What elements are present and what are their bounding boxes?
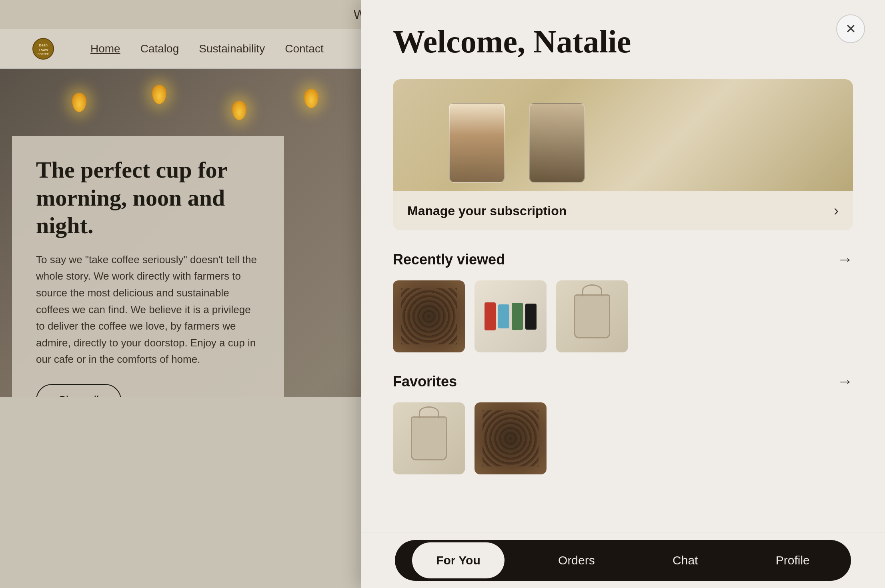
recently-viewed-item-bags[interactable]	[475, 280, 547, 352]
recently-viewed-thumbnails	[393, 280, 853, 352]
mini-bag-4	[525, 304, 537, 330]
nav-link-home[interactable]: Home	[90, 42, 120, 55]
svg-text:COFFEE: COFFEE	[38, 53, 49, 56]
welcome-heading: Welcome, Natalie	[393, 24, 853, 59]
close-button[interactable]: ✕	[836, 14, 865, 43]
subscription-card[interactable]: Manage your subscription ›	[393, 79, 853, 230]
nav-link-catalog[interactable]: Catalog	[140, 42, 179, 55]
favorites-arrow-icon[interactable]: →	[837, 372, 853, 390]
nav-links: Home Catalog Sustainability Contact	[90, 42, 324, 55]
svg-text:Town: Town	[39, 48, 48, 52]
recently-viewed-item-tote[interactable]	[556, 280, 628, 352]
nav-pill-orders[interactable]: Orders	[534, 542, 619, 578]
recently-viewed-header: Recently viewed →	[393, 250, 853, 268]
favorites-item-beans[interactable]	[475, 402, 547, 474]
tote-handle	[582, 284, 602, 296]
hero-headline: The perfect cup for morning, noon and ni…	[36, 156, 260, 240]
svg-text:Bean: Bean	[39, 43, 48, 47]
logo-icon: Bean Town COFFEE	[32, 38, 54, 60]
nav-pill-chat[interactable]: Chat	[649, 542, 722, 578]
coffee-glass-left	[449, 103, 505, 183]
subscription-label: Manage your subscription	[407, 204, 567, 218]
subscription-image	[393, 79, 853, 191]
panel-content: Welcome, Natalie Manage your subscriptio…	[361, 0, 885, 532]
favorites-item-tote[interactable]	[393, 402, 465, 474]
nav-pill-profile[interactable]: Profile	[752, 542, 834, 578]
mini-bag-1	[485, 302, 496, 330]
coffee-glass-right	[529, 103, 585, 183]
slideover-panel: ✕ Welcome, Natalie Manage your subscript…	[361, 0, 885, 588]
hero-body-text: To say we "take coffee seriously" doesn'…	[36, 252, 260, 368]
subscription-footer: Manage your subscription ›	[393, 191, 853, 230]
nav-link-contact[interactable]: Contact	[285, 42, 324, 55]
fav-tote-handle	[419, 406, 439, 418]
bottom-nav: For You Orders Chat Profile	[361, 532, 885, 588]
nav-pill: For You Orders Chat Profile	[395, 540, 851, 581]
nav-pill-for-you[interactable]: For You	[412, 542, 505, 578]
favorites-header: Favorites →	[393, 372, 853, 390]
favorites-title: Favorites	[393, 373, 457, 390]
favorites-thumbnails	[393, 402, 853, 474]
hero-text-box: The perfect cup for morning, noon and ni…	[12, 136, 284, 440]
mini-bag-3	[512, 303, 523, 330]
subscription-arrow-icon: ›	[834, 202, 839, 219]
recently-viewed-title: Recently viewed	[393, 251, 505, 268]
fav-tote-body	[411, 416, 447, 460]
recently-viewed-arrow-icon[interactable]: →	[837, 250, 853, 268]
tote-body	[574, 294, 610, 338]
recently-viewed-item-beans[interactable]	[393, 280, 465, 352]
logo-area: Bean Town COFFEE	[32, 38, 54, 60]
mini-bag-2	[498, 304, 509, 328]
nav-link-sustainability[interactable]: Sustainability	[199, 42, 265, 55]
